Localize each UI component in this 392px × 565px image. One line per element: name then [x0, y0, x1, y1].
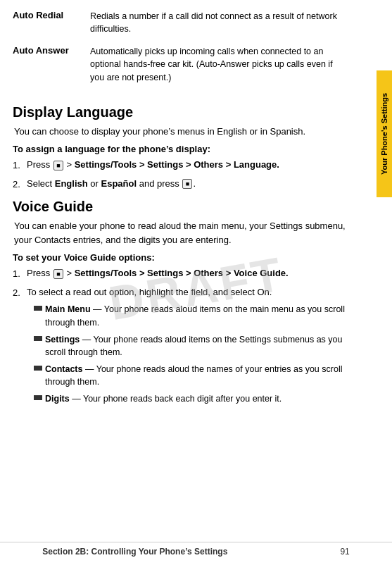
content-area: Auto Redial Redials a number if a call d…: [0, 7, 377, 409]
def-auto-redial: Redials a number if a call did not conne…: [90, 7, 348, 42]
list-item: Contacts — Your phone reads aloud the na…: [34, 363, 348, 388]
voice-guide-section: Voice Guide You can enable your phone to…: [13, 198, 348, 409]
table-row: Auto Answer Automatically picks up incom…: [13, 42, 348, 90]
sub-content: Settings — Your phone reads aloud items …: [45, 333, 348, 359]
bullet-icon: [34, 336, 42, 341]
sub-content: Main Menu — Your phone reads aloud items…: [45, 303, 348, 328]
voice-guide-steps: 1. Press ■ > Settings/Tools > Settings >…: [13, 267, 348, 409]
menu-key-icon-2: ■: [53, 269, 63, 279]
list-item: 2. To select a read out option, highligh…: [13, 286, 348, 410]
list-item: 2. Select English or Español and press ■…: [13, 178, 348, 192]
display-language-heading: Display Language: [13, 104, 348, 120]
list-item: Settings — Your phone reads aloud items …: [34, 333, 348, 359]
page-container: Your Phone's Settings DRAFT Auto Redial …: [0, 0, 392, 565]
side-tab: Your Phone's Settings: [377, 70, 392, 197]
voice-guide-body: You can enable your phone to read aloud …: [13, 219, 348, 247]
display-language-section: Display Language You can choose to displ…: [13, 104, 348, 192]
display-language-procedure: To assign a language for the phone’s dis…: [13, 144, 348, 154]
footer-text: Section 2B: Controlling Your Phone’s Set…: [42, 547, 350, 557]
table-row: Auto Redial Redials a number if a call d…: [13, 7, 348, 42]
voice-guide-heading: Voice Guide: [13, 198, 348, 215]
term-auto-redial: Auto Redial: [13, 7, 90, 42]
step-content: To select a read out option, highlight t…: [27, 286, 348, 410]
sub-content: Contacts — Your phone reads aloud the na…: [45, 363, 348, 388]
display-language-body: You can choose to display your phone’s m…: [13, 125, 348, 139]
ok-key-icon: ■: [182, 179, 192, 189]
side-tab-label: Your Phone's Settings: [380, 93, 388, 175]
step-number: 2.: [13, 286, 27, 300]
bullet-icon: [34, 306, 42, 311]
list-item: 1. Press ■ > Settings/Tools > Settings >…: [13, 159, 348, 173]
step-number: 1.: [13, 159, 27, 173]
bullet-icon: [34, 366, 42, 371]
menu-key-icon: ■: [53, 161, 63, 170]
term-auto-answer: Auto Answer: [13, 42, 90, 90]
list-item: 1. Press ■ > Settings/Tools > Settings >…: [13, 267, 348, 281]
footer: Section 2B: Controlling Your Phone’s Set…: [0, 542, 392, 557]
voice-guide-sub-list: Main Menu — Your phone reads aloud items…: [27, 303, 348, 405]
step-number: 1.: [13, 267, 27, 281]
sub-content: Digits — Your phone reads back each digi…: [45, 392, 348, 405]
list-item: Main Menu — Your phone reads aloud items…: [34, 303, 348, 328]
def-auto-answer: Automatically picks up incoming calls wh…: [90, 42, 348, 90]
display-language-steps: 1. Press ■ > Settings/Tools > Settings >…: [13, 159, 348, 191]
step-content: Press ■ > Settings/Tools > Settings > Ot…: [27, 267, 348, 280]
step-content: Press ■ > Settings/Tools > Settings > Ot…: [27, 159, 348, 172]
step-number: 2.: [13, 178, 27, 192]
list-item: Digits — Your phone reads back each digi…: [34, 392, 348, 405]
settings-table: Auto Redial Redials a number if a call d…: [13, 7, 348, 91]
voice-guide-procedure: To set your Voice Guide options:: [13, 252, 348, 263]
bullet-icon: [34, 395, 42, 400]
step-content: Select English or Español and press ■.: [27, 178, 348, 191]
